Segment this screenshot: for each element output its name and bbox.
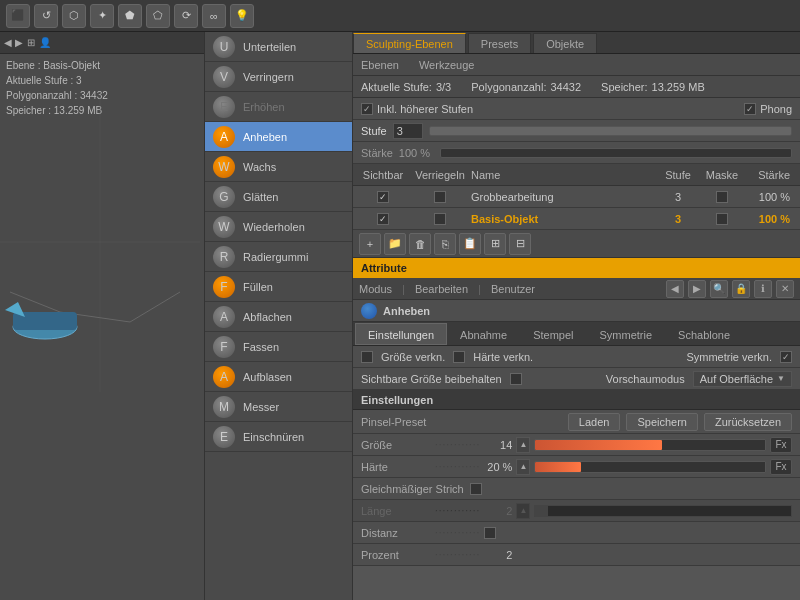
phong-checkbox-box[interactable] <box>744 103 756 115</box>
tool-merge-btn[interactable]: ⊞ <box>484 233 506 255</box>
main-layout: ◀ ▶ ⊞ 👤 Ebene : Basis-Objekt Aktuelle St… <box>0 32 800 600</box>
menu-item-label-10: Fassen <box>243 341 279 353</box>
menu-item-fassen[interactable]: FFassen <box>205 332 352 362</box>
lange-stepper: ▲ <box>516 503 530 519</box>
tool-add-folder-btn[interactable]: 📁 <box>384 233 406 255</box>
menu-item-glätten[interactable]: GGlätten <box>205 182 352 212</box>
menu-item-label-4: Wachs <box>243 161 276 173</box>
menu-item-label-7: Radiergummi <box>243 251 308 263</box>
mode-bearbeiten[interactable]: Bearbeiten <box>415 283 468 295</box>
tool-add-layer-btn[interactable]: + <box>359 233 381 255</box>
menu-item-radiergummi[interactable]: RRadiergummi <box>205 242 352 272</box>
mode-search-btn[interactable]: 🔍 <box>710 280 728 298</box>
mode-benutzer[interactable]: Benutzer <box>491 283 535 295</box>
tab-presets[interactable]: Presets <box>468 33 531 53</box>
tool-7-icon[interactable]: ⟳ <box>174 4 198 28</box>
toolbar-row: + 📁 🗑 ⎘ 📋 ⊞ ⊟ <box>353 230 800 258</box>
layer-row-1[interactable]: Basis-Objekt3100 % <box>353 208 800 230</box>
tool-paste-btn[interactable]: 📋 <box>459 233 481 255</box>
menu-item-wachs[interactable]: WWachs <box>205 152 352 182</box>
zurucksetzen-button[interactable]: Zurücksetzen <box>704 413 792 431</box>
harte-fx-button[interactable]: Fx <box>770 459 792 475</box>
menu-item-icon-10: F <box>213 336 235 358</box>
tool-copy-btn[interactable]: ⎘ <box>434 233 456 255</box>
submode-symmetrie[interactable]: Symmetrie <box>587 323 666 345</box>
menu-item-unterteilen[interactable]: UUnterteilen <box>205 32 352 62</box>
phong-checkbox[interactable]: Phong <box>744 103 792 115</box>
menu-item-icon-13: E <box>213 426 235 448</box>
vorschaumodus-dropdown[interactable]: Auf Oberfläche ▼ <box>693 371 792 387</box>
menu-item-wiederholen[interactable]: WWiederholen <box>205 212 352 242</box>
viewport-nav: ◀ ▶ ⊞ 👤 <box>0 32 204 54</box>
grosse-slider[interactable] <box>534 439 766 451</box>
stufe-slider[interactable] <box>429 126 792 136</box>
grosse-verkn-checkbox[interactable] <box>361 351 373 363</box>
tool-rotate-icon[interactable]: ↺ <box>34 4 58 28</box>
tool-8-icon[interactable]: ∞ <box>202 4 226 28</box>
sichtbare-grosse-checkbox[interactable] <box>510 373 522 385</box>
layer-verriegeln-cb-1[interactable] <box>434 213 446 225</box>
subtab-werkzeuge[interactable]: Werkzeuge <box>415 57 478 73</box>
mode-modus[interactable]: Modus <box>359 283 392 295</box>
tool-light-icon[interactable]: 💡 <box>230 4 254 28</box>
menu-item-aufblasen[interactable]: AAufblasen <box>205 362 352 392</box>
menu-item-label-0: Unterteilen <box>243 41 296 53</box>
viewport-nav-arrows[interactable]: ◀ ▶ <box>4 37 23 48</box>
tool-5-icon[interactable]: ⬟ <box>118 4 142 28</box>
tool-move-icon[interactable]: ⬛ <box>6 4 30 28</box>
distanz-checkbox[interactable] <box>484 527 496 539</box>
tab-objekte[interactable]: Objekte <box>533 33 597 53</box>
mode-close-btn[interactable]: ✕ <box>776 280 794 298</box>
viewport-ebene: Ebene : Basis-Objekt <box>6 58 198 73</box>
tab-sculpting-ebenen[interactable]: Sculpting-Ebenen <box>353 33 466 53</box>
menu-item-icon-0: U <box>213 36 235 58</box>
tool-scale-icon[interactable]: ⬡ <box>62 4 86 28</box>
inkl-checkbox-box[interactable] <box>361 103 373 115</box>
starke-slider[interactable] <box>440 148 792 158</box>
harte-slider[interactable] <box>534 461 766 473</box>
mode-icons: ◀ ▶ 🔍 🔒 ℹ ✕ <box>666 280 794 298</box>
tool-flatten-btn[interactable]: ⊟ <box>509 233 531 255</box>
settings-checkboxes-row: Größe verkn. Härte verkn. Symmetrie verk… <box>353 346 800 368</box>
mode-nav-left-btn[interactable]: ◀ <box>666 280 684 298</box>
menu-item-anheben[interactable]: AAnheben <box>205 122 352 152</box>
submode-einstellungen[interactable]: Einstellungen <box>355 323 447 345</box>
menu-item-verringern[interactable]: VVerringern <box>205 62 352 92</box>
harte-param-row: Härte ············ 20 % ▲ Fx <box>353 456 800 478</box>
menu-item-füllen[interactable]: FFüllen <box>205 272 352 302</box>
mode-info-btn[interactable]: ℹ <box>754 280 772 298</box>
submode-abnahme[interactable]: Abnahme <box>447 323 520 345</box>
layer-row-0[interactable]: Grobbearbeitung3100 % <box>353 186 800 208</box>
grosse-stepper-up[interactable]: ▲ <box>516 437 530 453</box>
grosse-fx-button[interactable]: Fx <box>770 437 792 453</box>
menu-item-messer[interactable]: MMesser <box>205 392 352 422</box>
layer-sichtbar-cb-1[interactable] <box>377 213 389 225</box>
menu-item-einschnüren[interactable]: EEinschnüren <box>205 422 352 452</box>
submode-schablone[interactable]: Schablone <box>665 323 743 345</box>
mode-lock-btn[interactable]: 🔒 <box>732 280 750 298</box>
symmetrie-verkn-checkbox[interactable] <box>780 351 792 363</box>
menu-item-abflachen[interactable]: AAbflachen <box>205 302 352 332</box>
layer-maske-cb-1[interactable] <box>716 213 728 225</box>
viewport-nav-person[interactable]: 👤 <box>39 37 51 48</box>
menu-item-icon-6: W <box>213 216 235 238</box>
submode-stempel[interactable]: Stempel <box>520 323 586 345</box>
tool-6-icon[interactable]: ⬠ <box>146 4 170 28</box>
harte-verkn-checkbox[interactable] <box>453 351 465 363</box>
layer-sichtbar-cb-0[interactable] <box>377 191 389 203</box>
svg-line-3 <box>130 292 180 322</box>
speichern-button[interactable]: Speichern <box>626 413 698 431</box>
stufe-input[interactable] <box>393 123 423 139</box>
menu-item-icon-11: A <box>213 366 235 388</box>
layer-maske-cb-0[interactable] <box>716 191 728 203</box>
tool-delete-btn[interactable]: 🗑 <box>409 233 431 255</box>
subtab-ebenen[interactable]: Ebenen <box>357 57 403 73</box>
layer-verriegeln-cb-0[interactable] <box>434 191 446 203</box>
tool-select-icon[interactable]: ✦ <box>90 4 114 28</box>
mode-nav-right-btn[interactable]: ▶ <box>688 280 706 298</box>
laden-button[interactable]: Laden <box>568 413 621 431</box>
gleich-checkbox[interactable] <box>470 483 482 495</box>
inkl-checkbox[interactable]: Inkl. höherer Stufen <box>361 103 473 115</box>
viewport-nav-icon[interactable]: ⊞ <box>27 37 35 48</box>
harte-stepper-up[interactable]: ▲ <box>516 459 530 475</box>
